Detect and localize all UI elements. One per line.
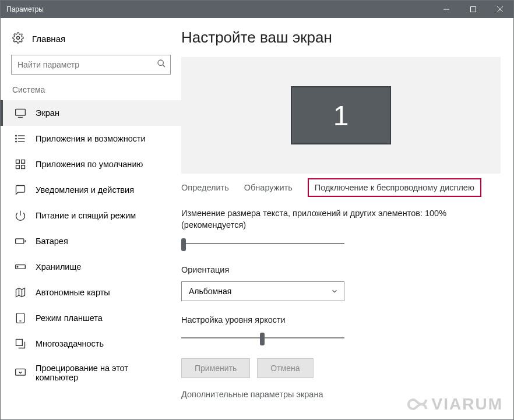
slider-track	[181, 243, 344, 244]
sidebar-item-power-sleep[interactable]: Питание и спящий режим	[1, 203, 181, 228]
gear-icon	[12, 32, 24, 45]
sidebar-item-notifications[interactable]: Уведомления и действия	[1, 177, 181, 203]
monitor-tile[interactable]: 1	[291, 86, 391, 144]
svg-point-5	[158, 60, 163, 65]
sidebar-item-display[interactable]: Экран	[1, 100, 181, 126]
list-icon	[15, 133, 26, 144]
orientation-value: Альбомная	[189, 287, 231, 296]
home-button[interactable]: Главная	[1, 26, 181, 52]
sidebar-item-tablet-mode[interactable]: Режим планшета	[1, 305, 181, 331]
close-icon	[497, 6, 503, 12]
svg-point-23	[17, 266, 18, 267]
sidebar-item-label: Проецирование на этот компьютер	[36, 363, 170, 382]
sidebar-item-apps-features[interactable]: Приложения и возможности	[1, 126, 181, 151]
maximize-icon	[470, 6, 476, 12]
orientation-select[interactable]: Альбомная	[181, 281, 344, 301]
window-controls	[433, 1, 513, 18]
window-title: Параметры	[1, 5, 433, 13]
brightness-label: Настройка уровня яркости	[181, 314, 501, 326]
map-icon	[15, 287, 26, 298]
section-label: Система	[1, 83, 181, 100]
scaling-slider[interactable]	[181, 237, 344, 251]
project-icon	[15, 367, 26, 379]
page-title: Настройте ваш экран	[181, 29, 501, 47]
scaling-label: Изменение размера текста, приложений и д…	[181, 207, 501, 231]
home-label: Главная	[32, 34, 65, 44]
sidebar-item-battery[interactable]: Батарея	[1, 228, 181, 254]
drive-icon	[15, 261, 26, 273]
sidebar-item-label: Экран	[36, 108, 59, 118]
sidebar-item-multitasking[interactable]: Многозадачность	[1, 331, 181, 357]
sidebar-item-label: Многозадачность	[36, 339, 104, 348]
wireless-display-link[interactable]: Подключение к беспроводному дисплею	[308, 178, 481, 197]
svg-point-4	[17, 37, 20, 40]
minimize-button[interactable]	[433, 1, 460, 18]
sidebar-item-label: Режим планшета	[36, 313, 103, 323]
svg-point-13	[16, 138, 17, 139]
sidebar-item-projecting[interactable]: Проецирование на этот компьютер	[1, 357, 181, 389]
nav-list: Экран Приложения и возможности Приложени…	[1, 100, 181, 389]
display-actions-row: Определить Обнаружить Подключение к бесп…	[181, 178, 501, 197]
sidebar-item-label: Приложения по умолчанию	[36, 160, 143, 169]
cancel-button[interactable]: Отмена	[257, 358, 313, 378]
svg-rect-7	[16, 109, 26, 115]
svg-rect-16	[22, 160, 25, 164]
sidebar-item-offline-maps[interactable]: Автономные карты	[1, 280, 181, 305]
svg-marker-24	[16, 288, 25, 297]
main-panel: Настройте ваш экран 1 Определить Обнаруж…	[181, 18, 513, 419]
battery-icon	[15, 235, 26, 247]
settings-window: Параметры Главная	[0, 0, 514, 420]
svg-line-6	[163, 65, 165, 67]
svg-point-12	[16, 135, 17, 136]
grid-icon	[15, 158, 26, 170]
identify-link[interactable]: Определить	[181, 183, 229, 192]
svg-rect-30	[16, 369, 26, 375]
minimize-icon	[443, 6, 449, 12]
sidebar: Главная Система Экран Приложен	[1, 18, 181, 419]
sidebar-item-label: Уведомления и действия	[36, 185, 134, 195]
search-input[interactable]	[11, 55, 171, 75]
search-container	[11, 55, 171, 75]
button-row: Применить Отмена	[181, 358, 501, 378]
sidebar-item-storage[interactable]: Хранилище	[1, 254, 181, 280]
maximize-button[interactable]	[460, 1, 487, 18]
close-button[interactable]	[487, 1, 513, 18]
slider-thumb[interactable]	[260, 333, 265, 345]
sidebar-item-label: Питание и спящий режим	[36, 211, 136, 220]
window-body: Главная Система Экран Приложен	[1, 18, 513, 419]
apply-button[interactable]: Применить	[181, 358, 250, 378]
sidebar-item-label: Автономные карты	[36, 288, 110, 297]
brightness-slider[interactable]	[181, 331, 344, 345]
power-icon	[15, 210, 26, 221]
sidebar-item-label: Приложения и возможности	[36, 134, 146, 143]
search-icon	[157, 59, 166, 70]
svg-rect-18	[22, 165, 25, 169]
svg-rect-1	[471, 7, 476, 12]
display-preview[interactable]: 1	[181, 57, 501, 174]
svg-rect-15	[16, 160, 20, 164]
layers-icon	[15, 338, 26, 350]
sidebar-item-label: Батарея	[36, 237, 68, 246]
chevron-down-icon	[330, 287, 339, 298]
sidebar-item-label: Хранилище	[36, 262, 81, 271]
svg-rect-27	[16, 313, 24, 323]
svg-rect-29	[16, 340, 23, 346]
slider-thumb[interactable]	[181, 238, 186, 251]
advanced-display-link[interactable]: Дополнительные параметры экрана	[181, 390, 501, 399]
message-icon	[15, 184, 26, 196]
sidebar-item-default-apps[interactable]: Приложения по умолчанию	[1, 151, 181, 177]
tablet-icon	[15, 312, 26, 324]
svg-rect-17	[16, 165, 20, 169]
orientation-label: Ориентация	[181, 264, 501, 276]
svg-point-14	[16, 141, 17, 142]
detect-link[interactable]: Обнаружить	[244, 183, 293, 192]
svg-rect-20	[16, 239, 24, 243]
monitor-icon	[15, 107, 26, 119]
titlebar: Параметры	[1, 1, 513, 18]
